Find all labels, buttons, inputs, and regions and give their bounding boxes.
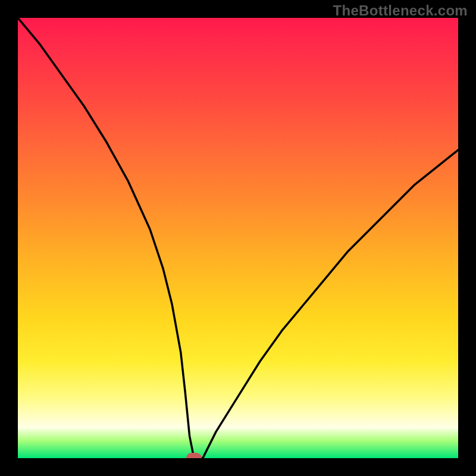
plot-area <box>18 18 458 458</box>
chart-frame: TheBottleneck.com <box>0 0 476 476</box>
bottleneck-curve <box>18 18 458 458</box>
watermark-text: TheBottleneck.com <box>333 2 468 19</box>
curve-layer <box>18 18 458 458</box>
selected-point-marker <box>186 453 202 458</box>
